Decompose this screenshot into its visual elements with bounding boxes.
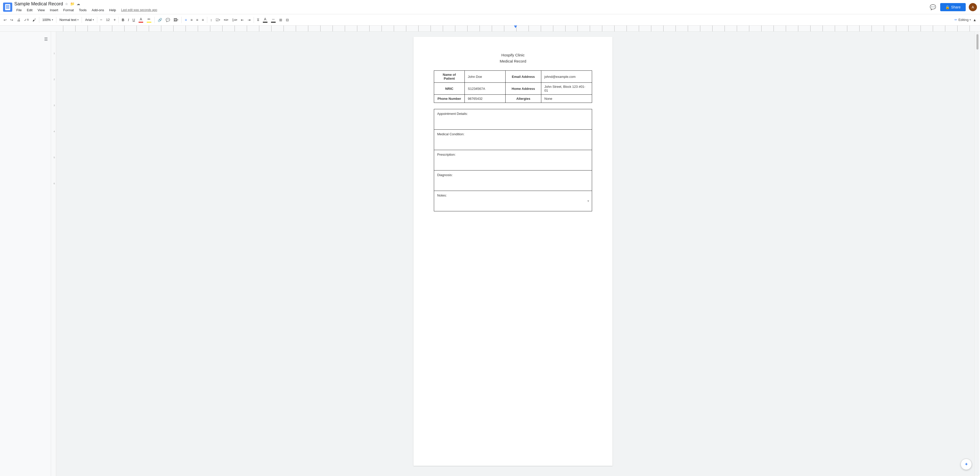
star-icon[interactable]: ☆ [65,2,68,6]
column-options-button[interactable]: ⊞ [278,17,284,23]
insert-image-button[interactable]: 🖼 ▾ [172,17,180,23]
increase-indent-button[interactable]: ⇥ [246,17,252,23]
ruler-num-1: 1 [54,52,55,55]
patient-value-1: John Doe [465,71,506,83]
font-size-decrease[interactable]: − [99,18,103,22]
font-select[interactable]: Arial ▾ [83,17,95,23]
menu-file[interactable]: File [14,7,24,13]
patient-value-2: None [541,95,592,103]
scrollbar-thumb[interactable] [977,34,978,49]
checklist-button[interactable]: ☑ ▾ [214,17,222,23]
document-title: Sample Medical Record [14,1,63,6]
redo-button[interactable]: ↪ [9,17,15,23]
decrease-indent-button[interactable]: ⇤ [239,17,245,23]
edit-pencil-icon: ✏ [955,18,957,22]
document-page: Hospify Clinic Medical Record Name of Pa… [414,37,612,466]
document-outline-icon[interactable]: ☰ [43,36,49,43]
font-size-control: − 12 + [99,17,117,22]
text-color-button[interactable]: A [137,16,145,24]
align-left-button[interactable]: ≡ [183,17,188,23]
editing-mode[interactable]: ✏ Editing ▾ [955,18,971,22]
separator-5 [118,17,119,23]
ruler-num-2: 2 [54,78,55,81]
table-options-button[interactable]: ⊟ [284,17,290,23]
undo-button[interactable]: ↩ [2,17,8,23]
paint-format-button[interactable]: 🖌 [31,17,38,23]
folder-icon[interactable]: 📁 [70,2,75,6]
spell-check-button[interactable]: ✓A [22,17,30,23]
collapse-toolbar-button[interactable]: ▲ [971,17,978,23]
patient-label-2: Allergies [506,95,541,103]
top-right-controls: 💬 🔒 Share A [929,3,977,11]
menu-insert[interactable]: Insert [48,7,60,13]
toolbar: ↩ ↪ 🖨 ✓A 🖌 100% ▾ Normal text ▾ Arial ▾ … [0,14,980,25]
zoom-arrow: ▾ [52,18,53,21]
print-button[interactable]: 🖨 [15,17,22,23]
highlight-color-button[interactable]: ✏ [145,16,153,24]
zoom-select[interactable]: 100% ▾ [41,17,55,23]
patient-value-2: John Street, Block 123 #01-01 [541,83,592,95]
menu-help[interactable]: Help [107,7,118,13]
line-spacing-button[interactable]: ↕ [209,17,213,23]
details-section-label: Prescription: [434,150,592,170]
separator-8 [207,17,207,23]
share-lock-icon: 🔒 [945,5,950,9]
last-edit-text[interactable]: Last edit was seconds ago [121,8,157,12]
details-table: Appointment Details:Medical Condition:Pr… [434,109,592,211]
patient-info-table: Name of Patient John Doe Email Address j… [434,70,592,103]
details-table-row: Appointment Details: [434,109,592,130]
patient-table-row: NRIC S1234567A Home Address John Street,… [434,83,592,95]
patient-label-1: Name of Patient [434,71,465,83]
insert-comment-button[interactable]: 💬 [164,17,172,23]
insert-link-button[interactable]: 🔗 [156,17,164,23]
menu-tools[interactable]: Tools [77,7,89,13]
menu-addons[interactable]: Add-ons [89,7,106,13]
clear-formatting-button[interactable]: T̶ [256,17,261,23]
align-right-button[interactable]: ≡ [195,17,200,23]
separator-6 [154,17,155,23]
assist-button[interactable]: ✦ [961,458,972,470]
ruler-num-4: 4 [54,130,55,133]
comments-button[interactable]: 💬 [929,3,937,11]
bold-button[interactable]: B [120,17,126,23]
ruler-num-3: 3 [54,104,55,107]
menu-view[interactable]: View [35,7,47,13]
patient-value-2: johnd@example.com [541,71,592,83]
underline-button[interactable]: U [131,17,137,23]
details-section-label: Notes:▼ [434,191,592,211]
vertical-scrollbar[interactable] [976,32,979,476]
separator-7 [181,17,182,23]
patient-label-1: NRIC [434,83,465,95]
top-bar: Sample Medical Record ☆ 📁 ☁ File Edit Vi… [0,0,980,14]
menu-edit[interactable]: Edit [25,7,35,13]
align-center-button[interactable]: ≡ [189,17,194,23]
editing-arrow: ▾ [969,18,971,21]
menu-format[interactable]: Format [61,7,76,13]
share-button[interactable]: 🔒 Share [940,3,966,11]
details-section-label: Appointment Details: [434,109,592,130]
italic-button[interactable]: I [126,17,130,23]
document-area[interactable]: 1 2 3 4 5 6 Hospify Clinic Medical Recor… [51,32,975,476]
ruler [0,25,980,32]
text-bg-color-button[interactable]: A [261,16,269,24]
left-panel: ☰ [0,32,51,476]
clinic-header: Hospify Clinic Medical Record [434,52,592,64]
patient-label-2: Home Address [506,83,541,95]
editing-label: Editing [958,18,969,22]
font-arrow: ▾ [93,18,94,21]
font-size-value[interactable]: 12 [104,17,112,22]
user-avatar[interactable]: A [969,3,977,11]
details-table-row: Prescription: [434,150,592,170]
clinic-name: Hospify Clinic [434,52,592,58]
numbered-list-button[interactable]: 1≡ ▾ [231,17,239,23]
patient-table-row: Phone Number 98765432 Allergies None [434,95,592,103]
cloud-icon[interactable]: ☁ [76,2,80,6]
style-select[interactable]: Normal text ▾ [58,17,80,23]
menu-bar: File Edit View Insert Format Tools Add-o… [14,7,157,13]
main-layout: ☰ 1 2 3 4 5 6 Hospify Clinic Medical Rec… [0,32,980,476]
border-color-button[interactable]: ─ [269,16,277,24]
details-section-label: Diagnosis: [434,170,592,191]
align-justify-button[interactable]: ≡ [200,17,205,23]
font-size-increase[interactable]: + [113,18,117,22]
bullet-list-button[interactable]: •≡ ▾ [222,17,230,23]
